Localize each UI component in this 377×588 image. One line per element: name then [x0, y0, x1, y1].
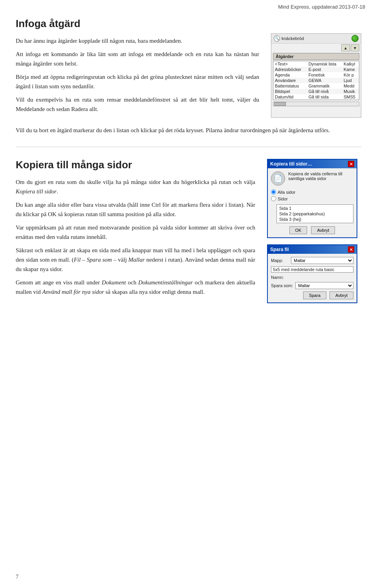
- section-divider: [16, 147, 361, 147]
- header-text: Mind Express, uppdaterad 2013-07-18: [278, 4, 365, 10]
- spara-close-button[interactable]: ✕: [348, 246, 354, 253]
- kopiera-p3: Var uppmärksam på att rutan med motsvara…: [16, 223, 255, 242]
- radio-sidor-label: Sidor: [278, 197, 288, 201]
- kopiera-ok-button[interactable]: OK: [289, 226, 307, 234]
- infoga-p4: Vill du exempelvis ha en ruta som rensar…: [16, 95, 259, 114]
- table-cell: Användare: [273, 78, 307, 83]
- spara-cancel-button[interactable]: Avbryt: [329, 291, 353, 299]
- section-infoga: Infoga åtgärd Du har ännu inga åtgärder …: [16, 18, 361, 118]
- kopiera-dialog: Kopiera till sidor… ✕ 📄 Kopiera de valda…: [267, 159, 357, 238]
- infoga-p2: Att infoga ett kommando är lika lätt som…: [16, 49, 259, 68]
- table-row[interactable]: AgendaFonetiskKör p: [273, 72, 359, 78]
- kopiera-title: Kopiera till många sidor: [16, 159, 255, 171]
- table-row[interactable]: BildspelGå till nivåMusik: [273, 89, 359, 94]
- spara-button[interactable]: Spara: [303, 291, 326, 299]
- page-number: 7: [16, 574, 18, 580]
- kopiera-dialog-titlebar: Kopiera till sidor… ✕: [268, 160, 357, 168]
- table-row[interactable]: Datum/tidGå till sidaSMS5: [273, 94, 359, 100]
- scrollbar-thumb: [274, 102, 286, 106]
- kopiera-p4: Säkrast och enklast är att skapa en sida…: [16, 246, 255, 274]
- table-cell: Batteristatus: [273, 83, 307, 89]
- radio-alla[interactable]: [271, 189, 276, 195]
- infoga-p1: Du har ännu inga åtgärder kopplade till …: [16, 36, 259, 46]
- table-cell: Bildspel: [273, 89, 307, 94]
- table-cell: Datum/tid: [273, 94, 307, 100]
- mapp-label: Mapp:: [271, 258, 289, 263]
- kopiera-p2: Du kan ange alla sidor eller bara vissa …: [16, 200, 255, 219]
- kopiera-dialog-body: 📄 Kopiera de valda cellerna till samtlig…: [268, 168, 357, 237]
- knackebrod-row: 🔍 knäckebröd: [271, 34, 361, 44]
- kopiera-icon: 📄: [271, 171, 285, 186]
- arrow-buttons: ▲ ▼: [271, 44, 361, 52]
- table-cell: Musik: [342, 89, 359, 94]
- radio-group: Alla sidor Sidor: [271, 189, 353, 201]
- list-item[interactable]: Sida 1: [278, 206, 352, 211]
- kopiera-p1: Om du gjort en ruta som du skulle vilja …: [16, 177, 255, 196]
- infoga-title: Infoga åtgärd: [16, 18, 259, 30]
- atgard-panel: 🔍 knäckebröd ▲ ▼ Åtgärder <Text>Dynami: [271, 33, 361, 118]
- table-cell: Kör p: [342, 72, 359, 78]
- spara-som-row: Spara som: Mallar: [271, 282, 353, 289]
- radio-alla-label: Alla sidor: [278, 190, 295, 195]
- search-text: knäckebröd: [282, 36, 304, 41]
- namn-row: Namn:: [271, 275, 353, 280]
- spara-title: Spara fil: [270, 247, 289, 252]
- atgard-section-label: Åtgärder: [273, 53, 359, 60]
- table-cell: Medd: [342, 83, 359, 89]
- table-cell: Agenda: [273, 72, 307, 78]
- kopiera-dialog-title: Kopiera till sidor…: [270, 161, 312, 167]
- table-cell: Kame: [342, 67, 359, 72]
- table-cell: Adressböcker: [273, 67, 307, 72]
- file-value: 5x5 med meddelande ruta basic: [271, 266, 353, 273]
- table-row[interactable]: BatteristatusGrammatikMedd: [273, 83, 359, 89]
- table-cell: Grammatik: [307, 83, 342, 89]
- sidor-listbox[interactable]: Sida 1Sida 2 (pepparkakshus)Sida 3 (hej): [276, 204, 353, 223]
- spara-dialog: Spara fil ✕ Mapp: Mallar 5x5 med meddela…: [267, 244, 357, 303]
- radio-sidor-option: Sidor: [271, 196, 353, 201]
- arrow-up-btn[interactable]: ▲: [341, 44, 350, 51]
- infoga-text-area: Infoga åtgärd Du har ännu inga åtgärder …: [16, 18, 259, 118]
- table-cell: Ljud: [342, 78, 359, 83]
- kopiera-description: Kopiera de valda cellerna till samtliga …: [288, 171, 353, 181]
- radio-alla-option: Alla sidor: [271, 189, 353, 195]
- mapp-select[interactable]: Mallar: [291, 257, 353, 264]
- kopiera-text-area: Kopiera till många sidor Om du gjort en …: [16, 159, 255, 303]
- table-cell: E-post: [307, 67, 342, 72]
- spara-buttons: Spara Avbryt: [271, 291, 353, 299]
- table-cell: Gå till nivå: [307, 89, 342, 94]
- kopiera-dialog-buttons: OK Avbryt: [271, 226, 353, 234]
- green-circle-icon: [351, 35, 359, 42]
- spara-som-select[interactable]: Mallar: [295, 282, 353, 289]
- list-item[interactable]: Sida 3 (hej): [278, 217, 352, 222]
- kopiera-body: Om du gjort en ruta som du skulle vilja …: [16, 177, 255, 297]
- table-cell: SMS5: [342, 94, 359, 100]
- list-item[interactable]: Sida 2 (pepparkakshus): [278, 211, 352, 217]
- arrow-down-btn[interactable]: ▼: [351, 44, 359, 51]
- radio-sidor[interactable]: [271, 196, 276, 201]
- table-cell: GEWA: [307, 78, 342, 83]
- table-cell: Gå till sida: [307, 94, 342, 100]
- infoga-p3: Börja med att öppna redigeringsrutan och…: [16, 72, 259, 91]
- table-row[interactable]: AnvändareGEWALjud: [273, 78, 359, 83]
- after-paragraph: Vill du ta bort en åtgärd markerar du de…: [16, 126, 361, 135]
- file-row: 5x5 med meddelande ruta basic: [271, 266, 353, 273]
- table-cell: Kalkyl: [342, 61, 359, 67]
- spara-som-label: Spara som:: [271, 283, 293, 288]
- table-row[interactable]: AdressböckerE-postKame: [273, 67, 359, 72]
- kopiera-top-section: 📄 Kopiera de valda cellerna till samtlig…: [271, 171, 353, 186]
- kopiera-cancel-button[interactable]: Avbryt: [311, 226, 335, 234]
- table-cell: <Text>: [273, 61, 307, 67]
- after-paragraph-area: Vill du ta bort en åtgärd markerar du de…: [16, 126, 361, 135]
- kopiera-p5: Genom att ange en viss mall under Dokume…: [16, 278, 255, 297]
- namn-label: Namn:: [271, 275, 289, 280]
- atgard-grid-area: <Text>Dynamisk listaKalkylAdressböckerE-…: [273, 61, 359, 100]
- page-header: Mind Express, uppdaterad 2013-07-18: [0, 0, 377, 10]
- kopiera-panels: Kopiera till sidor… ✕ 📄 Kopiera de valda…: [267, 159, 361, 303]
- table-row[interactable]: <Text>Dynamisk listaKalkyl: [273, 61, 359, 67]
- kopiera-close-button[interactable]: ✕: [348, 161, 354, 167]
- table-cell: Fonetisk: [307, 72, 342, 78]
- infoga-body: Du har ännu inga åtgärder kopplade till …: [16, 36, 259, 114]
- section-kopiera: Kopiera till många sidor Om du gjort en …: [16, 159, 361, 303]
- spara-titlebar: Spara fil ✕: [268, 245, 357, 254]
- scrollbar[interactable]: [273, 102, 359, 106]
